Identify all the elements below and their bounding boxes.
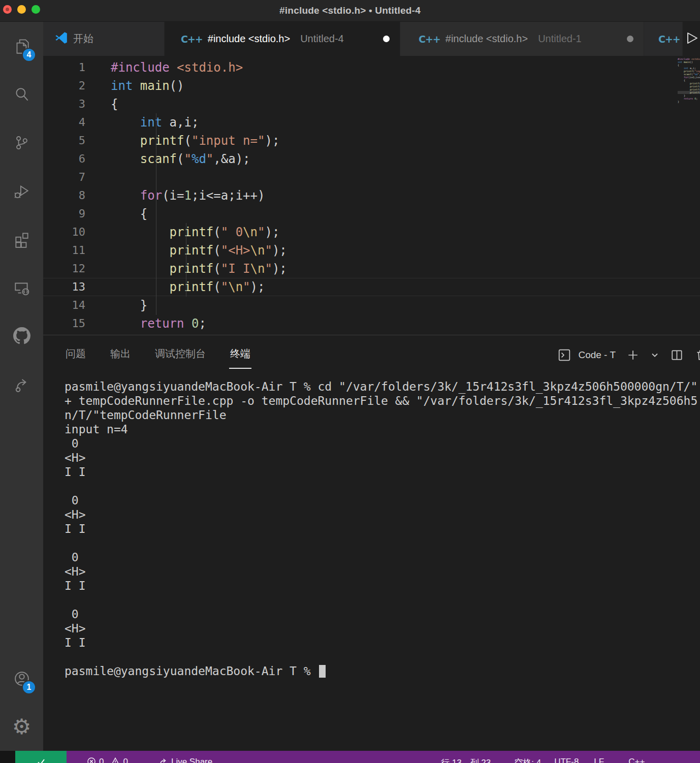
indentation[interactable]: 空格: 4 <box>514 757 541 763</box>
terminal-line: <H> <box>65 451 700 465</box>
tab-truncated[interactable]: C++ # <box>644 22 683 56</box>
code-line: 7 <box>43 168 700 186</box>
live-share-status[interactable]: Live Share <box>158 757 212 763</box>
live-share-button[interactable] <box>0 360 43 408</box>
terminal-line: input n=4 <box>65 422 700 436</box>
minimap[interactable]: #include <stdio.h>int main(){ int a,i; p… <box>676 56 700 335</box>
minimize-button[interactable] <box>17 5 26 14</box>
workbench: 4 <box>0 22 700 751</box>
tab-welcome[interactable]: 开始 <box>43 22 165 56</box>
terminal-line: <H> <box>65 564 700 579</box>
window-corner <box>0 751 15 763</box>
modified-dot-icon[interactable] <box>383 36 390 42</box>
extensions-button[interactable] <box>0 215 43 263</box>
terminal-line: 0 <box>65 493 700 507</box>
source-control-icon <box>13 134 31 152</box>
bottom-panel: 问题 输出 调试控制台 终端 Code - T <box>43 335 700 751</box>
tab-label: #include <stdio.h> <box>446 33 528 45</box>
terminal-line: I I <box>65 522 700 536</box>
code-line: 2int main() <box>43 77 700 95</box>
errors-indicator[interactable]: 0 <box>87 757 104 763</box>
terminal-output[interactable]: pasmile@yangsiyuandeMacBook-Air T % cd "… <box>43 375 700 751</box>
cursor-position[interactable]: 行 13，列 23 <box>441 757 491 763</box>
vscode-logo-icon <box>54 31 68 47</box>
code-lines: 1#include <stdio.h>2int main()3{4 int a,… <box>43 58 700 333</box>
explorer-button[interactable]: 4 <box>0 22 43 70</box>
tab-filename: Untitled-4 <box>300 33 344 45</box>
code-line: 4 int a,i; <box>43 113 700 132</box>
window-title: #include <stdio.h> • Untitled-4 <box>279 5 421 16</box>
tab-untitled-1[interactable]: C++ #include <stdio.h> Untitled-1 <box>400 22 644 56</box>
code-line: 12 printf("I I\n"); <box>43 260 700 278</box>
new-terminal-button[interactable] <box>627 349 639 361</box>
code-line: 3{ <box>43 95 700 113</box>
eol-sequence[interactable]: LF <box>594 757 604 763</box>
close-button[interactable] <box>3 5 12 14</box>
terminal-line: <H> <box>65 507 700 522</box>
code-line: 11 printf("<H>\n"); <box>43 241 700 260</box>
panel-tab-output[interactable]: 输出 <box>109 342 132 369</box>
minimap-line: } <box>678 100 700 103</box>
extensions-icon <box>13 230 31 248</box>
status-right: 行 13，列 23 空格: 4 UTF-8 LF C++ <box>441 757 645 763</box>
tab-untitled-4[interactable]: C++ #include <stdio.h> Untitled-4 <box>165 22 400 56</box>
code-line: 15 return 0; <box>43 314 700 333</box>
terminal-line: 0 <box>65 607 700 621</box>
settings-gear-icon: ⚙ <box>12 716 31 738</box>
cpp-file-icon: C++ <box>181 34 203 45</box>
search-icon <box>13 85 31 104</box>
source-control-button[interactable] <box>0 118 43 167</box>
terminal-process-icon <box>558 348 571 362</box>
run-debug-button[interactable] <box>0 167 43 215</box>
code-line: 5 printf("input n="); <box>43 132 700 150</box>
live-share-icon <box>13 375 31 393</box>
accounts-badge: 1 <box>22 680 36 694</box>
indent-guide <box>156 113 156 315</box>
accounts-button[interactable]: 1 <box>0 654 43 703</box>
terminal-line <box>65 593 700 607</box>
github-button[interactable] <box>0 311 43 360</box>
terminal-line <box>65 536 700 550</box>
search-button[interactable] <box>0 70 43 118</box>
editor-area: 开始 C++ #include <stdio.h> Untitled-4 C++… <box>43 22 700 751</box>
code-line: 13 printf("\n"); <box>43 278 700 296</box>
panel-actions: Code - T <box>558 335 700 375</box>
status-bar: 0 0 Live Share 行 13，列 23 空格: 4 UTF-8 LF … <box>0 751 700 763</box>
code-line: 10 printf(" 0\n"); <box>43 223 700 241</box>
modified-dot-icon[interactable] <box>627 36 633 42</box>
terminal-line: n/T/"tempCodeRunnerFile <box>65 408 700 422</box>
encoding[interactable]: UTF-8 <box>554 757 579 763</box>
status-left: 0 0 Live Share <box>87 757 212 763</box>
terminal-line <box>65 650 700 664</box>
remote-indicator[interactable] <box>15 751 67 763</box>
remote-explorer-button[interactable] <box>0 263 43 311</box>
terminal-line: pasmile@yangsiyuandeMacBook-Air T % <box>65 664 700 678</box>
zoom-button[interactable] <box>31 5 40 14</box>
terminal-cursor <box>319 665 326 678</box>
warnings-indicator[interactable]: 0 <box>111 757 128 763</box>
panel-tab-debug-console[interactable]: 调试控制台 <box>154 342 207 369</box>
terminal-line: + tempCodeRunnerFile.cpp -o tempCodeRunn… <box>65 394 700 408</box>
run-code-button[interactable] <box>683 30 699 48</box>
settings-button[interactable]: ⚙ <box>0 703 43 751</box>
panel-tab-problems[interactable]: 问题 <box>65 342 87 369</box>
code-line: 9 { <box>43 205 700 223</box>
terminal-dropdown-chevron-icon[interactable] <box>650 351 659 360</box>
activity-bar-spacer <box>0 408 43 654</box>
terminal-title[interactable]: Code - T <box>578 349 616 361</box>
check-icon <box>36 757 46 763</box>
code-line: 1#include <stdio.h> <box>43 58 700 77</box>
language-mode[interactable]: C++ <box>628 757 645 763</box>
code-editor[interactable]: 1#include <stdio.h>2int main()3{4 int a,… <box>43 56 700 335</box>
run-debug-icon <box>13 182 31 200</box>
code-line: 14 } <box>43 296 700 314</box>
split-terminal-button[interactable] <box>671 348 684 362</box>
kill-terminal-button[interactable] <box>695 348 700 362</box>
cpp-file-icon: C++ <box>419 34 440 45</box>
editor-actions <box>683 22 700 56</box>
terminal-line: I I <box>65 635 700 650</box>
code-line: 8 for(i=1;i<=a;i++) <box>43 186 700 205</box>
titlebar: #include <stdio.h> • Untitled-4 <box>0 0 700 22</box>
minimap-line: return 0; <box>678 97 700 100</box>
panel-tab-terminal[interactable]: 终端 <box>229 342 251 369</box>
